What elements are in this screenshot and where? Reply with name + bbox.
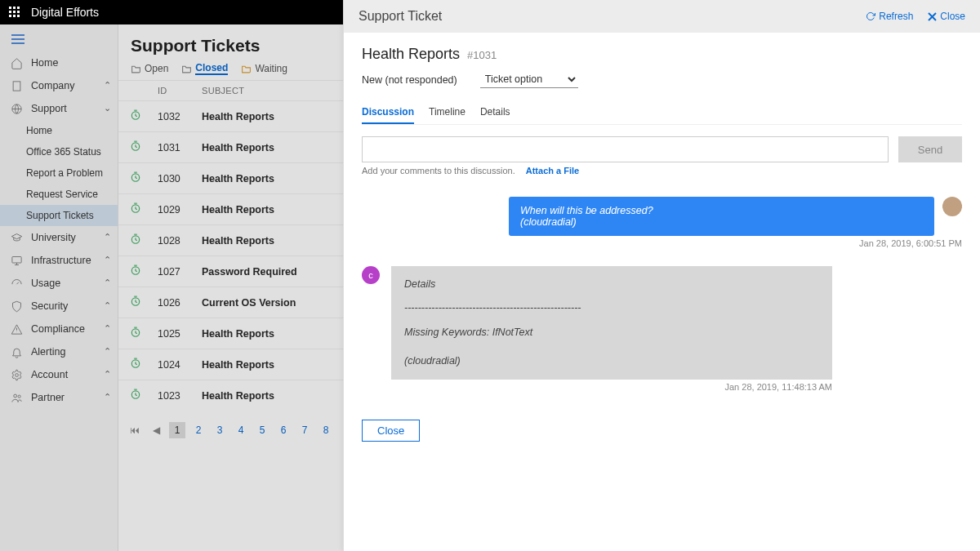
svg-rect-6: [9, 15, 11, 17]
svg-line-21: [16, 282, 19, 284]
svg-rect-12: [13, 81, 20, 90]
svg-rect-7: [13, 15, 16, 17]
clock-icon: [130, 391, 141, 402]
building-icon: [10, 79, 23, 92]
pager-prev[interactable]: ◀: [148, 422, 164, 438]
panel-title: Support Ticket: [359, 9, 442, 24]
clock-icon: [130, 143, 141, 154]
brand-name: Digital Efforts: [31, 6, 99, 19]
sidebar-item-security[interactable]: Security⌃: [0, 295, 118, 318]
sidebar-item-university[interactable]: University⌃: [0, 226, 118, 249]
svg-point-24: [15, 373, 18, 376]
pager-page-7[interactable]: 7: [296, 422, 313, 438]
nav-label: University: [31, 232, 76, 243]
ticket-title: Health Reports #1031: [362, 46, 962, 63]
gear-icon: [10, 368, 23, 381]
filter-open[interactable]: Open: [131, 63, 168, 74]
svg-rect-4: [13, 11, 16, 13]
home-icon: [10, 56, 23, 69]
sidebar-item-office-365-status[interactable]: Office 365 Status: [0, 141, 118, 162]
svg-rect-2: [17, 7, 20, 9]
pager-page-4[interactable]: 4: [233, 422, 249, 438]
clock-icon: [130, 205, 141, 216]
sidebar-item-home[interactable]: Home: [0, 51, 118, 74]
ticket-status: New (not responded): [362, 74, 457, 86]
chevron-up-icon: ⌃: [104, 346, 111, 357]
close-panel-button[interactable]: Close: [928, 11, 965, 22]
chevron-up-icon: ⌃: [104, 369, 111, 380]
svg-point-26: [18, 395, 20, 398]
pager-page-2[interactable]: 2: [190, 422, 207, 438]
clock-icon: [130, 236, 141, 247]
nav-label: Account: [31, 369, 68, 380]
chevron-up-icon: ⌃: [104, 278, 111, 288]
sidebar-item-compliance[interactable]: Compliance⌃: [0, 318, 118, 340]
tab-details[interactable]: Details: [480, 103, 510, 124]
svg-rect-3: [9, 11, 11, 13]
pager-page-5[interactable]: 5: [254, 422, 270, 438]
apps-grid-icon[interactable]: [8, 6, 21, 19]
chevron-up-icon: ⌃: [104, 300, 111, 311]
sidebar-item-home[interactable]: Home: [0, 120, 118, 141]
tab-timeline[interactable]: Timeline: [429, 103, 466, 124]
clock-icon: [130, 329, 141, 340]
nav-label: Company: [31, 80, 75, 91]
sidebar-item-company[interactable]: Company⌃: [0, 74, 118, 97]
sidebar-item-support[interactable]: Support⌄: [0, 97, 118, 120]
sidebar-item-report-a-problem[interactable]: Report a Problem: [0, 162, 118, 184]
pager-page-8[interactable]: 8: [318, 422, 334, 438]
pager-page-3[interactable]: 3: [212, 422, 228, 438]
sidebar: HomeCompany⌃Support⌄HomeOffice 365 Statu…: [0, 24, 118, 551]
sidebar-item-infrastructure[interactable]: Infrastructure⌃: [0, 249, 118, 272]
col-subject[interactable]: SUBJECT: [202, 86, 365, 96]
message-outgoing: When will this be addressed? (cloudradia…: [362, 197, 962, 236]
ticket-options-select[interactable]: Ticket options...: [480, 71, 578, 88]
tab-discussion[interactable]: Discussion: [362, 103, 414, 124]
hamburger-icon[interactable]: [0, 29, 118, 51]
svg-rect-1: [13, 7, 16, 9]
comment-help: Add your comments to this discussion. At…: [362, 166, 962, 176]
nav-label: Usage: [31, 278, 60, 289]
clock-icon: [130, 267, 141, 278]
close-button[interactable]: Close: [362, 420, 420, 442]
chevron-up-icon: ⌃: [104, 392, 111, 402]
chevron-up-icon: ⌃: [104, 232, 111, 242]
panel-tabs: DiscussionTimelineDetails: [362, 103, 962, 125]
folder-icon: [131, 64, 141, 74]
globe-icon: [10, 102, 23, 115]
nav-label: Home: [31, 57, 58, 69]
message-timestamp: Jan 28, 2019, 11:48:13 AM: [391, 382, 832, 392]
ticket-id: #1031: [467, 49, 497, 61]
pager-page-6[interactable]: 6: [275, 422, 292, 438]
comment-input[interactable]: [362, 136, 889, 162]
nav-label: Alerting: [31, 346, 65, 358]
refresh-button[interactable]: Refresh: [866, 11, 913, 22]
gauge-icon: [10, 277, 23, 290]
avatar: [942, 197, 962, 216]
filter-closed[interactable]: Closed: [181, 62, 228, 75]
sidebar-item-usage[interactable]: Usage⌃: [0, 272, 118, 295]
filter-waiting[interactable]: Waiting: [241, 63, 287, 74]
attach-file-link[interactable]: Attach a File: [526, 166, 579, 176]
col-id[interactable]: ID: [158, 86, 202, 96]
ticket-panel: Support Ticket Refresh Close Health Repo…: [343, 0, 980, 551]
sidebar-item-account[interactable]: Account⌃: [0, 363, 118, 386]
svg-rect-0: [9, 7, 11, 9]
send-button[interactable]: Send: [898, 136, 962, 162]
sidebar-item-request-service[interactable]: Request Service: [0, 184, 118, 205]
chevron-up-icon: ⌃: [104, 80, 111, 91]
sidebar-item-partner[interactable]: Partner⌃: [0, 386, 118, 409]
sidebar-item-support-tickets[interactable]: Support Tickets: [0, 205, 118, 226]
clock-icon: [130, 112, 141, 123]
nav-label: Partner: [31, 392, 65, 403]
folder-icon: [241, 64, 252, 74]
nav-label: Infrastructure: [31, 255, 91, 266]
sidebar-item-alerting[interactable]: Alerting⌃: [0, 340, 118, 363]
panel-header: Support Ticket Refresh Close: [344, 0, 980, 33]
pager-first[interactable]: ⏮: [127, 422, 143, 438]
nav-label: Support: [31, 103, 67, 114]
svg-point-25: [13, 394, 16, 398]
svg-rect-5: [17, 11, 20, 13]
folder-icon: [181, 64, 192, 74]
pager-page-1[interactable]: 1: [169, 422, 185, 438]
